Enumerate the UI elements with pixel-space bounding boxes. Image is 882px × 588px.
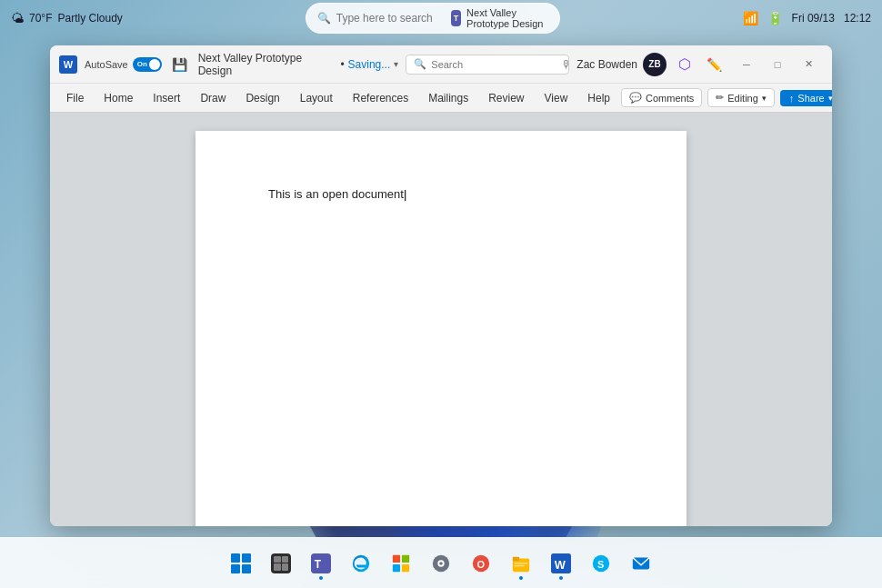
word-search-bar[interactable]: 🔍 🎙 — [406, 55, 569, 75]
maximize-button[interactable]: □ — [763, 52, 792, 77]
autosave-area: AutoSave On — [85, 57, 162, 72]
autosave-label: AutoSave — [85, 59, 128, 70]
window-controls: ─ □ ✕ — [732, 52, 823, 77]
user-initials: ZB — [648, 59, 660, 69]
word-search-input[interactable] — [431, 59, 556, 70]
taskbar-file-explorer-button[interactable] — [503, 545, 539, 582]
taskbar-edge-button[interactable] — [343, 545, 379, 582]
top-search-input[interactable] — [336, 12, 446, 25]
doc-separator: • — [340, 58, 344, 71]
word-taskbar-icon: W — [551, 553, 571, 573]
copilot-btn[interactable]: ⬡ — [674, 54, 696, 75]
tab-mailings[interactable]: Mailings — [419, 88, 477, 108]
svg-point-9 — [439, 562, 443, 565]
share-button[interactable]: ↑ Share ▾ — [780, 90, 832, 106]
taskbar-store-button[interactable] — [383, 545, 419, 582]
tab-insert[interactable]: Insert — [144, 88, 189, 108]
user-area: Zac Bowden ZB — [576, 53, 667, 76]
doc-title-chevron[interactable]: ▾ — [394, 59, 398, 69]
weather-icon: 🌤 — [11, 11, 24, 25]
editing-icon: ✏ — [716, 92, 724, 104]
settings-icon — [431, 553, 451, 573]
teams-active-dot — [319, 576, 323, 580]
doc-status: Saving... — [348, 58, 391, 71]
svg-text:O: O — [476, 558, 485, 569]
windows-logo — [231, 553, 251, 573]
weather-temp: 70°F — [29, 12, 52, 25]
taskbar-word-button[interactable]: W — [543, 545, 579, 582]
title-bar: W AutoSave On 💾 Next Valley Prototype De… — [50, 45, 832, 84]
document-content: This is an open document — [268, 187, 406, 201]
taskbar-mail-button[interactable] — [623, 545, 659, 582]
comments-button[interactable]: 💬 Comments — [621, 88, 702, 107]
word-active-dot — [559, 576, 563, 580]
tab-view[interactable]: View — [536, 88, 577, 108]
svg-rect-6 — [402, 563, 409, 571]
svg-text:W: W — [555, 557, 566, 571]
editing-chevron: ▾ — [762, 94, 767, 103]
taskbar-start-button[interactable] — [223, 545, 259, 582]
wifi-icon: 📶 — [743, 11, 758, 25]
quick-access-save-btn[interactable]: 💾 — [169, 54, 191, 75]
tab-references[interactable]: References — [344, 88, 417, 108]
weather-desc: Partly Cloudy — [57, 12, 122, 25]
word-window: W AutoSave On 💾 Next Valley Prototype De… — [50, 45, 832, 526]
svg-text:S: S — [597, 558, 604, 569]
taskbar-task-view-button[interactable] — [263, 545, 299, 582]
tab-review[interactable]: Review — [479, 88, 533, 108]
file-explorer-icon — [511, 553, 531, 573]
date-display: Fri 09/13 — [792, 12, 835, 25]
taskbar-top: 🌤 70°F Partly Cloudy 🔍 T Next Valley Pro… — [0, 0, 882, 36]
editing-button[interactable]: ✏ Editing ▾ — [707, 88, 775, 107]
task-view-icon — [271, 553, 291, 573]
tab-design[interactable]: Design — [236, 88, 288, 108]
tab-layout[interactable]: Layout — [291, 88, 342, 108]
svg-rect-15 — [515, 564, 525, 565]
voice-icon[interactable]: 🎙 — [561, 58, 572, 71]
skype-icon: S — [591, 553, 611, 573]
taskbar-office-button[interactable]: O — [463, 545, 499, 582]
minimize-button[interactable]: ─ — [732, 52, 761, 77]
autosave-toggle[interactable]: On — [133, 57, 162, 72]
taskbar-settings-button[interactable] — [423, 545, 459, 582]
svg-rect-4 — [402, 554, 409, 562]
office-icon: O — [471, 553, 491, 573]
svg-rect-3 — [393, 554, 400, 562]
teams-icon: T — [311, 553, 331, 573]
tab-draw[interactable]: Draw — [191, 88, 235, 108]
svg-text:T: T — [315, 557, 322, 570]
user-name: Zac Bowden — [576, 58, 637, 71]
document-area: This is an open document — [50, 113, 832, 526]
user-avatar[interactable]: ZB — [643, 53, 667, 76]
document-page[interactable]: This is an open document — [195, 131, 687, 526]
tab-help[interactable]: Help — [578, 88, 619, 108]
tab-home[interactable]: Home — [95, 88, 142, 108]
pen-btn[interactable]: ✏️ — [703, 54, 725, 75]
active-app-name: Next Valley Prototype Design — [466, 7, 548, 29]
teams-icon-small: T — [451, 10, 461, 26]
doc-title-area: Next Valley Prototype Design • Saving...… — [198, 52, 399, 77]
word-search-icon: 🔍 — [414, 58, 426, 70]
edge-icon — [351, 553, 371, 573]
share-chevron: ▾ — [828, 94, 832, 103]
share-icon: ↑ — [789, 93, 795, 104]
svg-rect-5 — [393, 563, 400, 571]
top-search-area: 🔍 T Next Valley Prototype Design — [123, 3, 743, 34]
taskbar-bottom: T — [0, 537, 882, 588]
svg-rect-14 — [515, 563, 528, 563]
store-icon — [391, 553, 411, 573]
explorer-active-dot — [519, 576, 523, 580]
taskbar-teams-button[interactable]: T — [303, 545, 339, 582]
search-icon: 🔍 — [317, 12, 331, 25]
time-display: 12:12 — [844, 12, 871, 25]
close-button[interactable]: ✕ — [794, 52, 823, 77]
system-tray-top: 📶 🔋 Fri 09/13 12:12 — [743, 11, 871, 25]
taskbar-skype-button[interactable]: S — [583, 545, 619, 582]
ribbon-tabs: File Home Insert Draw Design Layout Refe… — [50, 84, 832, 113]
tab-file[interactable]: File — [57, 88, 93, 108]
weather-widget: 🌤 70°F Partly Cloudy — [11, 11, 123, 25]
battery-icon: 🔋 — [767, 11, 783, 25]
toggle-on-label: On — [137, 60, 147, 68]
top-search-bar[interactable]: 🔍 T Next Valley Prototype Design — [306, 3, 560, 34]
ribbon-right-actions: 💬 Comments ✏ Editing ▾ ↑ Share ▾ 📌 — [621, 87, 832, 109]
